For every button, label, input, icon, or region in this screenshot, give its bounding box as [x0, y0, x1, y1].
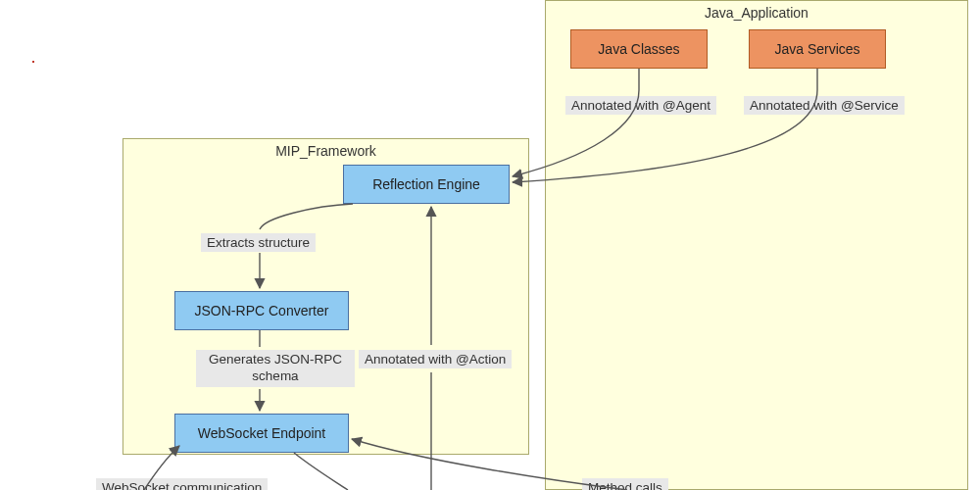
cluster-java-application-title: Java_Application — [546, 5, 967, 21]
node-java-classes: Java Classes — [570, 29, 708, 69]
edge-label-extracts-structure: Extracts structure — [201, 233, 316, 252]
node-json-rpc-converter: JSON-RPC Converter — [174, 291, 349, 330]
node-reflection-engine-label: Reflection Engine — [372, 176, 480, 193]
cluster-mip-framework-title: MIP_Framework — [123, 143, 528, 159]
node-java-services-label: Java Services — [774, 41, 859, 58]
node-java-classes-label: Java Classes — [598, 41, 679, 58]
edge-ws-out — [294, 453, 348, 490]
edge-label-websocket-communication: WebSocket communication — [96, 478, 268, 490]
node-java-services: Java Services — [749, 29, 886, 69]
edge-label-annotated-action: Annotated with @Action — [359, 350, 512, 368]
decorative-dot — [32, 61, 34, 63]
edge-label-annotated-service: Annotated with @Service — [744, 96, 905, 115]
edge-label-method-calls: Method calls — [582, 478, 668, 490]
node-json-rpc-converter-label: JSON-RPC Converter — [195, 303, 329, 319]
cluster-java-application: Java_Application — [545, 0, 968, 490]
node-websocket-endpoint-label: WebSocket Endpoint — [198, 425, 326, 442]
node-reflection-engine: Reflection Engine — [343, 165, 510, 204]
edge-label-annotated-agent: Annotated with @Agent — [565, 96, 716, 115]
diagram-stage: Java_Application MIP_Framework Java Clas… — [0, 0, 980, 490]
node-websocket-endpoint: WebSocket Endpoint — [174, 414, 349, 453]
edge-label-generates-schema: Generates JSON-RPC schema — [196, 350, 355, 387]
